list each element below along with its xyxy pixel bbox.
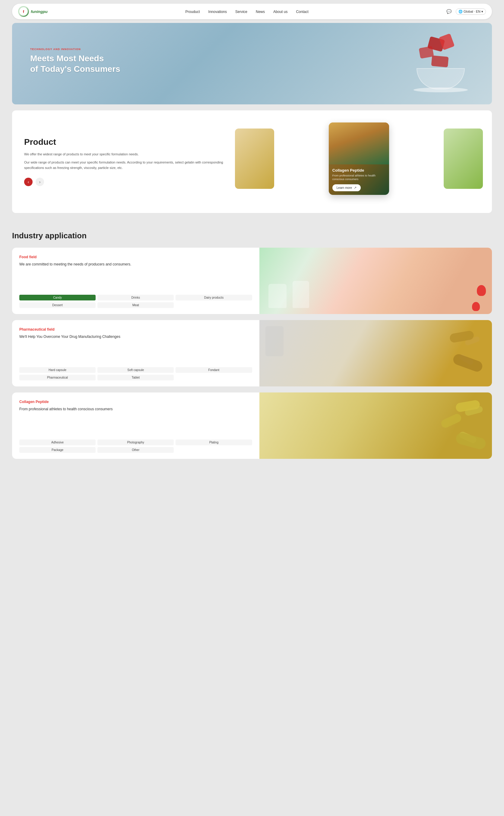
pharma-tag-hard[interactable]: Hard capsule	[19, 367, 96, 373]
hero-subtitle: TECHNOLOGY AND INNOVATION	[30, 48, 120, 51]
product-desc-1: We offer the widest range of products to…	[24, 152, 226, 157]
food-field-desc: We are committed to meeting the needs of…	[19, 262, 252, 267]
food-tag-meat[interactable]: Meat	[97, 302, 174, 308]
product-prev-button[interactable]: ‹	[24, 178, 33, 186]
food-tag-dessert[interactable]: Dessert	[19, 302, 96, 308]
pharma-tag-fondant[interactable]: Fondant	[176, 367, 252, 373]
chevron-down-icon: ▾	[481, 10, 483, 14]
learn-more-button[interactable]: Learn more ↗	[332, 184, 361, 191]
product-cards: Collagen Peptide From professional athle…	[238, 122, 480, 201]
nav-link-news[interactable]: News	[256, 10, 265, 14]
pharma-field-label: Pharmaceutical field	[19, 327, 252, 332]
collagen-field-label: Collagen Peptide	[19, 400, 252, 404]
product-nav: ‹ ›	[24, 178, 226, 186]
pharma-tag-tablet[interactable]: Tablet	[97, 375, 174, 380]
industry-section: Industry application Food field We are c…	[0, 219, 504, 477]
food-card: Food field We are committed to meeting t…	[12, 248, 492, 314]
industry-title: Industry application	[12, 231, 492, 240]
collagen-tag-photography[interactable]: Photography	[97, 440, 174, 445]
pharma-tag-pharma[interactable]: Pharmaceutical	[19, 375, 96, 380]
pharma-card-image	[259, 320, 492, 386]
language-selector[interactable]: 🌐 Global · EN ▾	[456, 8, 486, 15]
food-tags: Candy Drinks Dairy products Dessert Meat	[19, 295, 252, 308]
food-tag-candy[interactable]: Candy	[19, 295, 96, 300]
logo-text: funingpu	[31, 9, 48, 14]
hero-text: TECHNOLOGY AND INNOVATION Meets Most Nee…	[30, 48, 120, 74]
product-desc-2: Our wide range of products can meet your…	[24, 160, 226, 170]
hero-section: TECHNOLOGY AND INNOVATION Meets Most Nee…	[12, 23, 492, 104]
chat-icon[interactable]: 💬	[446, 9, 452, 14]
pharma-tag-soft[interactable]: Soft capsule	[97, 367, 174, 373]
collagen-card-content: Collagen Peptide From professional athle…	[12, 392, 259, 459]
product-card-back-right	[444, 129, 483, 189]
logo-icon: f	[18, 6, 29, 17]
food-tag-drinks[interactable]: Drinks	[97, 295, 174, 300]
arrow-icon: ↗	[354, 186, 357, 190]
nav-link-service[interactable]: Service	[235, 10, 247, 14]
product-title: Product	[24, 137, 226, 147]
collagen-tag-other[interactable]: Other	[97, 447, 174, 453]
product-text-area: Product We offer the widest range of pro…	[24, 137, 226, 186]
product-card-back-left	[235, 129, 274, 189]
pharma-card: Pharmaceutical field We'll Help You Over…	[12, 320, 492, 386]
lang-label: Global · EN	[464, 10, 480, 13]
logo[interactable]: f funingpu	[18, 6, 48, 17]
food-field-label: Food field	[19, 255, 252, 259]
card-product-name: Collagen Peptide	[332, 168, 385, 173]
nav-link-contact[interactable]: Contact	[296, 10, 308, 14]
food-card-content: Food field We are committed to meeting t…	[12, 248, 259, 314]
globe-icon: 🌐	[458, 10, 463, 14]
hero-title: Meets Most Needs of Today's Consumers	[30, 53, 120, 74]
navbar: f funingpu Prouduct Innovations Service …	[0, 4, 504, 19]
product-next-button[interactable]: ›	[36, 178, 44, 186]
food-tag-dairy[interactable]: Dairy products	[176, 295, 252, 300]
learn-more-label: Learn more	[337, 186, 352, 189]
card-product-desc: From professional athletes to health con…	[332, 174, 385, 181]
collagen-tag-plating[interactable]: Plating	[176, 440, 252, 445]
nav-link-product[interactable]: Prouduct	[185, 10, 200, 14]
nav-right: 💬 🌐 Global · EN ▾	[446, 8, 486, 15]
collagen-tag-adhesive[interactable]: Adhesive	[19, 440, 96, 445]
product-card-main: Collagen Peptide From professional athle…	[329, 122, 389, 195]
collagen-field-desc: From professional athletes to health con…	[19, 406, 252, 412]
nav-link-about[interactable]: About us	[273, 10, 287, 14]
food-card-image	[259, 248, 492, 314]
logo-letter: f	[23, 9, 24, 14]
nav-link-innovations[interactable]: Innovations	[208, 10, 227, 14]
product-section: Product We offer the widest range of pro…	[12, 110, 492, 213]
collagen-card: Collagen Peptide From professional athle…	[12, 392, 492, 459]
collagen-card-image	[259, 392, 492, 459]
collagen-tag-package[interactable]: Package	[19, 447, 96, 453]
pharma-field-desc: We'll Help You Overcome Your Drug Manufa…	[19, 334, 252, 339]
card-content: Collagen Peptide From professional athle…	[329, 164, 389, 195]
pharma-tags: Hard capsule Soft capsule Fondant Pharma…	[19, 367, 252, 380]
collagen-tags: Adhesive Photography Plating Package Oth…	[19, 440, 252, 453]
hero-image	[414, 32, 468, 92]
nav-links: Prouduct Innovations Service News About …	[185, 9, 309, 14]
pharma-card-content: Pharmaceutical field We'll Help You Over…	[12, 320, 259, 386]
